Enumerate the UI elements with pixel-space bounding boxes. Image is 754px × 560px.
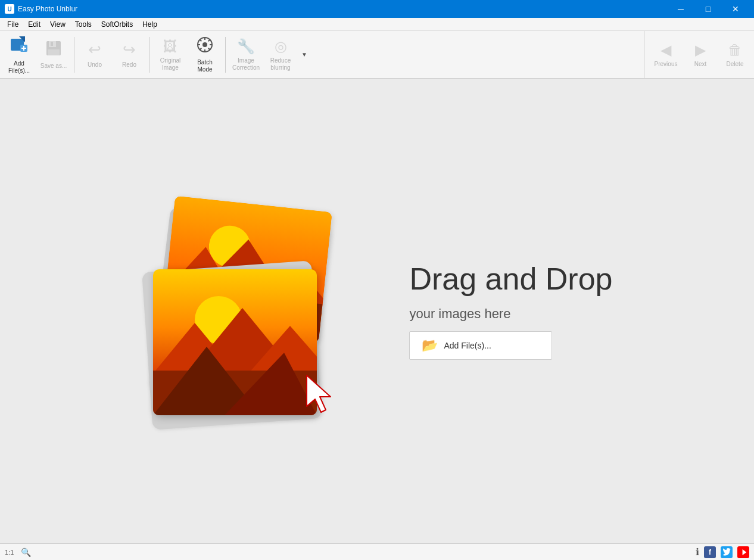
toolbar-undo[interactable]: ↩ Undo: [78, 34, 111, 76]
svg-rect-7: [48, 49, 60, 55]
drop-text-area: Drag and Drop your images here 📂 Add Fil…: [409, 262, 612, 359]
folder-icon: 📂: [422, 338, 438, 353]
menu-softorbits[interactable]: SoftOrbits: [96, 19, 138, 30]
main-area: Drag and Drop your images here 📂 Add Fil…: [0, 79, 754, 543]
svg-line-16: [208, 48, 210, 49]
expand-icon: ▼: [301, 51, 307, 58]
minimize-button[interactable]: ─: [667, 0, 694, 18]
restore-button[interactable]: □: [694, 0, 722, 18]
svg-marker-37: [743, 549, 747, 555]
facebook-icon[interactable]: f: [704, 546, 716, 558]
svg-marker-36: [307, 375, 331, 412]
reduce-blurring-icon: ◎: [275, 38, 287, 55]
toolbar-expand[interactable]: ▼: [298, 34, 310, 76]
close-button[interactable]: ✕: [722, 0, 749, 18]
next-label: Next: [694, 61, 707, 68]
add-files-button-label: Add File(s)...: [444, 341, 491, 350]
image-correction-icon: 🔧: [237, 38, 255, 55]
toolbar-redo[interactable]: ↪ Redo: [113, 34, 146, 76]
original-image-label: Original Image: [155, 57, 186, 71]
menu-help[interactable]: Help: [138, 19, 162, 30]
toolbar-sep-3: [225, 37, 226, 73]
toolbar-image-correction[interactable]: 🔧 Image Correction: [229, 34, 263, 76]
twitter-icon[interactable]: [721, 546, 733, 558]
delete-label: Delete: [727, 61, 744, 68]
toolbar-right: ◀ Previous ▶ Next 🗑 Delete: [644, 31, 752, 79]
image-correction-label: Image Correction: [230, 57, 261, 71]
original-image-icon: 🖼: [163, 38, 177, 55]
toolbar-original-image[interactable]: 🖼 Original Image: [154, 34, 187, 76]
save-icon: [45, 40, 62, 60]
redo-label: Redo: [122, 61, 136, 69]
previous-icon: ◀: [660, 42, 671, 58]
batch-mode-icon: [197, 36, 213, 57]
toolbar-delete[interactable]: 🗑 Delete: [718, 34, 752, 76]
menu-file[interactable]: File: [2, 19, 23, 30]
toolbar-add-files[interactable]: Add File(s)...: [2, 34, 36, 76]
add-files-icon: [10, 35, 29, 58]
add-files-label: Add File(s)...: [8, 60, 30, 74]
menu-bar: File Edit View Tools SoftOrbits Help: [0, 18, 754, 31]
toolbar-batch-mode[interactable]: Batch Mode: [188, 34, 222, 76]
batch-mode-label: Batch Mode: [189, 59, 220, 73]
status-bar: 1:1 🔍 ℹ f: [0, 543, 754, 560]
reduce-blurring-label: Reduce blurring: [265, 57, 296, 71]
toolbar-save-as[interactable]: Save as...: [37, 34, 70, 76]
menu-tools[interactable]: Tools: [70, 19, 96, 30]
toolbar-reduce-blurring[interactable]: ◎ Reduce blurring: [264, 34, 297, 76]
zoom-icon: 🔍: [21, 547, 31, 557]
status-right: ℹ f: [696, 546, 749, 558]
window-controls: ─ □ ✕: [667, 0, 749, 18]
save-as-label: Save as...: [40, 63, 67, 70]
undo-label: Undo: [88, 61, 102, 69]
previous-label: Previous: [655, 61, 678, 68]
svg-line-17: [208, 39, 210, 41]
drag-drop-title: Drag and Drop: [409, 262, 612, 296]
zoom-level: 1:1: [5, 549, 14, 556]
photo-front: [153, 269, 317, 415]
toolbar-next[interactable]: ▶ Next: [684, 34, 717, 76]
toolbar-sep-1: [74, 37, 74, 73]
title-bar: U Easy Photo Unblur ─ □ ✕: [0, 0, 754, 18]
delete-icon: 🗑: [728, 42, 742, 58]
redo-icon: ↪: [123, 41, 136, 59]
app-title: Easy Photo Unblur: [18, 5, 667, 13]
drag-drop-subtitle: your images here: [409, 306, 612, 322]
svg-point-10: [202, 42, 207, 47]
toolbar-previous[interactable]: ◀ Previous: [649, 34, 683, 76]
info-icon[interactable]: ℹ: [696, 546, 699, 558]
svg-rect-8: [51, 42, 53, 46]
menu-edit[interactable]: Edit: [23, 19, 45, 30]
menu-view[interactable]: View: [45, 19, 70, 30]
add-files-button[interactable]: 📂 Add File(s)...: [409, 331, 552, 360]
toolbar-sep-2: [149, 37, 150, 73]
youtube-icon[interactable]: [737, 546, 749, 558]
svg-line-15: [200, 39, 202, 41]
undo-icon: ↩: [88, 41, 101, 59]
svg-line-18: [200, 48, 202, 49]
next-icon: ▶: [695, 42, 706, 58]
image-illustration: [141, 198, 373, 424]
toolbar: Add File(s)... Save as... ↩ Undo ↪ Redo …: [0, 31, 754, 79]
app-icon: U: [5, 4, 14, 14]
cursor-icon: [302, 373, 338, 418]
drop-zone: Drag and Drop your images here 📂 Add Fil…: [141, 198, 612, 424]
